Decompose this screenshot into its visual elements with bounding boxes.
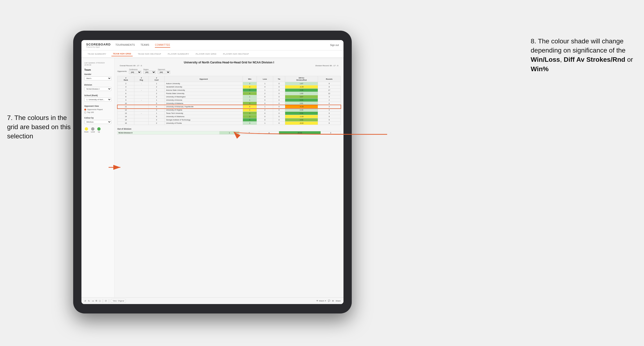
out-of-division-table: NCAA Division II 1 0 0 26.00 3 bbox=[117, 131, 341, 135]
cell-reg: - bbox=[134, 89, 148, 92]
division-select[interactable]: NCAA Division I bbox=[84, 87, 112, 91]
cell-loss: 2 bbox=[256, 92, 273, 95]
opponents-filter-label: Opponents: bbox=[117, 70, 127, 72]
cell-diff: 2.33 bbox=[285, 108, 318, 112]
clock-icon[interactable]: ⏱ bbox=[105, 300, 107, 302]
share-button[interactable]: Share bbox=[336, 300, 341, 302]
sub-nav-player-h2h-heatmap[interactable]: PLAYER H2H HEATMAP bbox=[222, 52, 250, 56]
sign-out-link[interactable]: Sign out bbox=[330, 44, 339, 46]
cell-reg bbox=[134, 85, 148, 89]
share-icon-button[interactable]: ⊞ bbox=[332, 300, 334, 302]
sub-nav-team-h2h-grid[interactable]: TEAM H2H GRID bbox=[112, 52, 133, 56]
division-label: Division bbox=[84, 84, 112, 86]
annotation-right-sep2: or bbox=[625, 56, 633, 63]
cell-rank: 15 bbox=[118, 118, 134, 122]
cell-diff: 3.67 bbox=[285, 95, 318, 99]
school-label: School (Rank) bbox=[84, 94, 112, 97]
cell-reg bbox=[134, 105, 148, 108]
cell-tie: 0 bbox=[273, 92, 285, 95]
annotation-left: 7. The colours in the grid are based on … bbox=[7, 113, 73, 141]
nav-teams[interactable]: TEAMS bbox=[140, 43, 149, 48]
cell-opponent: University of Florida bbox=[164, 122, 243, 125]
cell-loss: 0 bbox=[256, 112, 273, 115]
school-select[interactable]: 1. University of Nort... bbox=[84, 98, 112, 102]
radio-top-100[interactable]: Top 100 bbox=[84, 111, 112, 113]
sub-nav-team-summary[interactable]: TEAM SUMMARY bbox=[86, 52, 108, 56]
cell-rank: 14 bbox=[118, 115, 134, 118]
cell-win: 5 bbox=[243, 118, 256, 122]
table-row: 2 - 1 Auburn University 2 1 0 1.67 9 bbox=[118, 82, 341, 85]
cell-reg: - bbox=[134, 112, 148, 115]
cell-rounds: 12 bbox=[318, 92, 340, 95]
cell-loss: 1 bbox=[256, 105, 273, 108]
col-loss: Loss bbox=[256, 76, 273, 82]
cell-rounds: 3 bbox=[318, 105, 340, 108]
cell-win: 0 bbox=[243, 85, 256, 89]
radio-opponents-played[interactable]: Opponents Played bbox=[84, 108, 112, 111]
cell-diff: -1.00 bbox=[285, 115, 318, 118]
region-select[interactable]: (All) bbox=[143, 70, 156, 74]
view-original-button[interactable]: View: Original bbox=[111, 299, 126, 303]
annotation-right-bold2: Diff Av Strokes/Rnd bbox=[564, 56, 625, 63]
cell-reg bbox=[134, 108, 148, 112]
last-updated: Last Updated: 27/03/2024 16:55:38 bbox=[84, 62, 112, 66]
cell-reg bbox=[134, 122, 148, 125]
legend-row: Down Level Up bbox=[84, 127, 112, 133]
sub-nav-player-h2h-grid[interactable]: PLAYER H2H GRID bbox=[194, 52, 218, 56]
watch-button[interactable]: 👁 Watch ▾ bbox=[316, 300, 326, 302]
opponent-select[interactable]: (All) bbox=[158, 70, 170, 74]
nav-tournaments[interactable]: TOURNAMENTS bbox=[116, 43, 135, 48]
cell-diff: 4.50 bbox=[285, 118, 318, 122]
undo-icon[interactable]: ↺ bbox=[84, 300, 86, 302]
cell-opponent: Arizona State University bbox=[164, 89, 243, 92]
col-win: Win bbox=[243, 76, 256, 82]
table-row: 16 2 University of Florida 3 1 0 -6.62 9 bbox=[118, 122, 341, 125]
sidebar-team-title: Team bbox=[84, 68, 112, 71]
ood-rounds: 3 bbox=[321, 131, 341, 135]
nav-committee[interactable]: COMMITTEE bbox=[155, 43, 170, 48]
watch-label: Watch bbox=[319, 300, 324, 302]
conference-select[interactable]: (All) bbox=[129, 70, 142, 74]
table-row: 8 2 University of Washington 1 0 0 3.67 … bbox=[118, 95, 341, 99]
cell-diff: 2.61 bbox=[285, 102, 318, 105]
cell-rounds: 9 bbox=[318, 115, 340, 118]
annotation-right: 8. The colour shade will change dependin… bbox=[531, 36, 639, 74]
sidebar-opponent-view: Opponent View Opponents Played Top 100 bbox=[84, 105, 112, 113]
radio-dot-top100 bbox=[84, 112, 86, 113]
nav-items: TOURNAMENTS TEAMS COMMITTEE bbox=[116, 43, 330, 48]
cell-loss: 1 bbox=[256, 89, 273, 92]
sub-nav-player-summary[interactable]: PLAYER SUMMARY bbox=[166, 52, 190, 56]
ood-loss: 0 bbox=[240, 131, 259, 135]
radio-label-top100: Top 100 bbox=[87, 111, 94, 113]
opponent-filter-label: Opponent bbox=[158, 69, 170, 70]
redo-icon[interactable]: ↻ bbox=[88, 300, 90, 302]
ood-win: 1 bbox=[220, 131, 240, 135]
cell-reg bbox=[134, 102, 148, 105]
forward-icon[interactable]: ⇥ bbox=[92, 300, 94, 302]
cell-conf: 1 bbox=[148, 99, 164, 102]
col-opponent: Opponent bbox=[164, 76, 243, 82]
cell-loss: 0 bbox=[256, 99, 273, 102]
cell-tie: 0 bbox=[273, 95, 285, 99]
legend-level-circle bbox=[91, 127, 94, 131]
cell-win: 5 bbox=[243, 89, 256, 92]
table-row: 9 - 1 University of Arizona 1 0 0 9.00 2 bbox=[118, 99, 341, 102]
cell-tie: 0 bbox=[273, 99, 285, 102]
gender-select[interactable]: Men's bbox=[84, 76, 112, 80]
out-of-division-label: Out of division bbox=[117, 128, 341, 130]
cell-conf: 1 bbox=[148, 82, 164, 85]
legend-up-text: Up bbox=[98, 131, 100, 133]
out-of-division-row: NCAA Division II 1 0 0 26.00 3 bbox=[118, 131, 341, 135]
grid-title: University of North Carolina Head-to-Hea… bbox=[117, 61, 341, 64]
copy-icon[interactable]: ⧉ bbox=[96, 300, 97, 302]
cell-reg bbox=[134, 118, 148, 122]
table-row: 14 5 University of Oklahoma 3 0 0 -1.00 … bbox=[118, 115, 341, 118]
logo-text: SCOREBOARD bbox=[86, 43, 111, 46]
colour-by-select[interactable]: Win/loss bbox=[84, 120, 112, 124]
paste-icon[interactable]: ⬡ bbox=[99, 300, 101, 302]
comment-button[interactable]: 💬 bbox=[328, 300, 330, 302]
sub-nav-team-h2h-heatmap[interactable]: TEAM H2H HEATMAP bbox=[136, 52, 163, 56]
cell-opponent: University of Arkansas, Fayetteville bbox=[164, 105, 243, 108]
cell-reg bbox=[134, 95, 148, 99]
cell-win: 2 bbox=[243, 82, 256, 85]
